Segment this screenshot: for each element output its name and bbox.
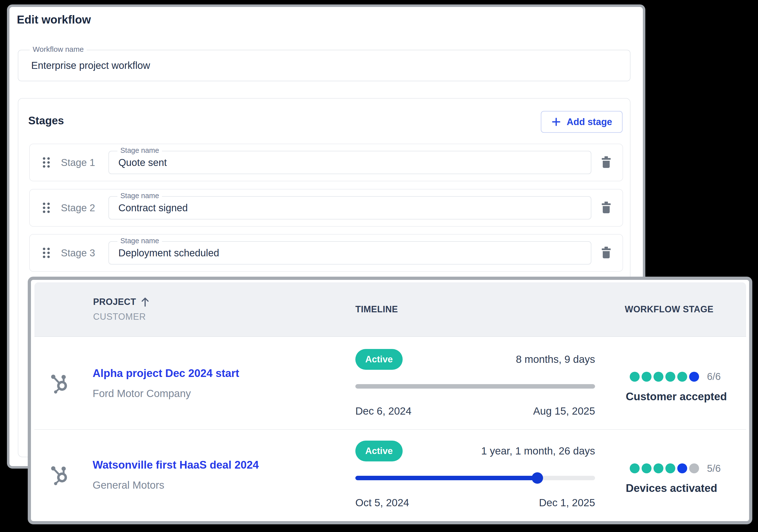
stage-dot-teal (653, 372, 663, 382)
stage-dot-teal (641, 463, 651, 473)
stage-dots: 5/6 (625, 462, 743, 474)
stage-dot-blue (677, 463, 687, 473)
workflow-stage-label: Devices activated (625, 482, 743, 495)
sort-arrow-up-icon (141, 297, 150, 307)
stage-dot-teal (665, 372, 675, 382)
trash-icon (601, 246, 612, 259)
project-link[interactable]: Watsonville first HaaS deal 2024 (93, 458, 259, 472)
stage-count: 5/6 (707, 463, 721, 474)
project-column-label: PROJECT (93, 297, 136, 307)
status-badge: Active (355, 441, 403, 461)
drag-handle-icon[interactable] (42, 202, 51, 213)
stage-dot-teal (641, 372, 651, 382)
workflow-name-input[interactable]: Enterprise project workflow (31, 50, 150, 81)
stage-dot-teal (653, 463, 663, 473)
stage-name-input[interactable]: Contract signed (119, 197, 188, 219)
drag-handle-icon[interactable] (42, 247, 51, 259)
delete-stage-button[interactable] (600, 156, 612, 169)
trash-icon (601, 156, 612, 168)
stages-heading: Stages (28, 114, 64, 127)
page-title: Edit workflow (17, 13, 91, 26)
stage-count: 6/6 (707, 371, 721, 382)
stage-name-input[interactable]: Deployment scheduled (119, 242, 219, 264)
duration-text: 1 year, 1 month, 26 days (481, 445, 595, 457)
slider-thumb[interactable] (532, 472, 543, 484)
customer-name: General Motors (93, 479, 259, 492)
delete-stage-button[interactable] (600, 201, 612, 215)
stage-card: Stage 2 Stage name Contract signed (29, 189, 623, 227)
workflow-stage-label: Customer accepted (625, 390, 743, 403)
projects-table-panel: PROJECT CUSTOMER TIMELINE WORKFLOW STAGE (28, 277, 752, 524)
stage-name-field[interactable]: Stage name Quote sent (109, 151, 591, 174)
stage-dot-blue (689, 372, 699, 382)
add-stage-button[interactable]: Add stage (541, 111, 623, 133)
page: Edit workflow Workflow name Enterprise p… (0, 0, 758, 532)
project-link[interactable]: Alpha project Dec 2024 start (93, 366, 239, 380)
table-header: PROJECT CUSTOMER TIMELINE WORKFLOW STAGE (34, 282, 746, 337)
stage-number-label: Stage 1 (61, 157, 100, 168)
customer-name: Ford Motor Company (93, 387, 239, 400)
table-row: Alpha project Dec 2024 start Ford Motor … (34, 337, 746, 430)
workflow-name-field[interactable]: Workflow name Enterprise project workflo… (18, 50, 631, 81)
duration-text: 8 months, 9 days (516, 353, 595, 365)
stage-name-field[interactable]: Stage name Deployment scheduled (109, 241, 591, 265)
table-row: Watsonville first HaaS deal 2024 General… (34, 430, 746, 520)
end-date: Dec 1, 2025 (539, 497, 595, 509)
trash-icon (601, 201, 612, 214)
delete-stage-button[interactable] (600, 246, 612, 260)
stage-dots: 6/6 (625, 371, 743, 383)
stage-dot-gray (689, 463, 699, 473)
plus-icon (551, 117, 561, 127)
customer-column-label: CUSTOMER (93, 312, 355, 322)
stage-number-label: Stage 2 (61, 202, 100, 213)
stage-card: Stage 1 Stage name Quote sent (29, 144, 623, 181)
stage-dot-teal (677, 372, 687, 382)
timeline-progress-bar (355, 384, 595, 389)
add-stage-label: Add stage (567, 117, 612, 127)
stage-dot-teal (630, 463, 639, 473)
stage-dot-teal (665, 463, 675, 473)
start-date: Dec 6, 2024 (355, 405, 412, 417)
stage-number-label: Stage 3 (61, 247, 100, 259)
drag-handle-icon[interactable] (42, 157, 51, 168)
column-header-timeline: TIMELINE (355, 282, 595, 336)
stage-name-input[interactable]: Quote sent (119, 151, 167, 174)
column-header-project[interactable]: PROJECT CUSTOMER (34, 282, 355, 336)
column-header-workflow-stage: WORKFLOW STAGE (625, 282, 743, 336)
stage-card: Stage 3 Stage name Deployment scheduled (29, 234, 623, 272)
timeline-slider[interactable] (355, 476, 595, 480)
projects-table: PROJECT CUSTOMER TIMELINE WORKFLOW STAGE (34, 282, 746, 521)
start-date: Oct 5, 2024 (355, 497, 409, 509)
end-date: Aug 15, 2025 (533, 405, 595, 417)
hubspot-sprocket-icon (50, 464, 71, 485)
stage-dot-teal (630, 372, 639, 382)
hubspot-sprocket-icon (50, 372, 71, 394)
status-badge: Active (355, 349, 403, 370)
stage-name-field[interactable]: Stage name Contract signed (109, 196, 591, 219)
